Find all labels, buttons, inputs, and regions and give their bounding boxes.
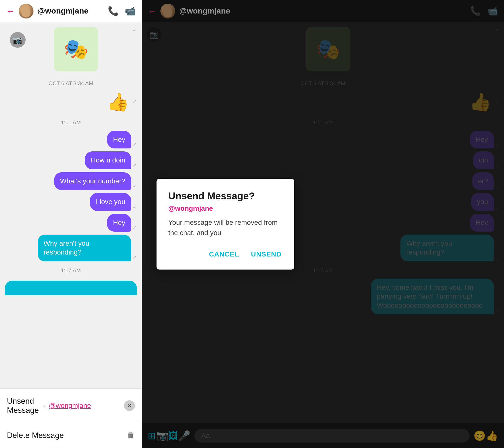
camera-icon: 📷 [13, 35, 23, 45]
oct-timestamp: OCT 6 AT 3:34 AM [5, 80, 137, 87]
thumbs-check: ✓ [133, 99, 137, 105]
dialog-title: Unsend Message? [168, 190, 283, 202]
msg-hey2: Hey ✓ [5, 214, 137, 232]
sticker-image: 🎭 [54, 27, 98, 71]
unsend-arrow-icon: ← [42, 402, 49, 410]
partial-bubble [5, 280, 137, 295]
thumbs-up-emoji: 👍 [107, 92, 129, 112]
msg-how: How u doin ✓ [5, 151, 137, 169]
t101-timestamp: 1:01 AM [5, 119, 137, 126]
check-icon: ✓ [133, 27, 137, 33]
bubble-hey2[interactable]: Hey [107, 214, 131, 232]
cancel-button[interactable]: CANCEL [208, 248, 240, 261]
left-header: ← @wongmjane 📞 📹 [0, 0, 142, 22]
dialog-body: Your message will be removed from the ch… [168, 217, 283, 238]
unsend-label: Unsend Message [7, 396, 40, 415]
username-label: @wongmjane [37, 6, 104, 16]
msg-responding: Why aren't you responding? ✓ [5, 235, 137, 261]
avatar[interactable] [19, 4, 34, 19]
trash-icon: 🗑 [127, 431, 135, 440]
bubble-hey[interactable]: Hey [107, 131, 131, 149]
bubble-how[interactable]: How u doin [85, 151, 131, 169]
dialog-username: @wongmjane [168, 205, 283, 212]
unsend-username: @wongmjane [49, 402, 91, 410]
video-icon[interactable]: 📹 [125, 6, 136, 16]
right-panel: ← @wongmjane 📞 📹 📷 🎭 ✓ OCT 6 AT 3:34 AM … [142, 0, 504, 448]
check3: ✓ [133, 183, 137, 189]
check2: ✓ [133, 163, 137, 168]
dialog-actions: CANCEL UNSEND [168, 248, 283, 261]
bottom-sheet: Unsend Message ← @wongmjane ✕ Delete Mes… [0, 389, 142, 448]
header-icons: 📞 📹 [108, 6, 136, 16]
msg-hey: Hey ✓ [5, 131, 137, 149]
camera-button[interactable]: 📷 [10, 32, 26, 48]
unsend-button[interactable]: UNSEND [250, 248, 283, 261]
back-button[interactable]: ← [6, 6, 15, 16]
t117-timestamp: 1:17 AM [5, 267, 137, 274]
unsend-item[interactable]: Unsend Message ← @wongmjane ✕ [0, 389, 142, 423]
msg-number: What's your number? ✓ [5, 172, 137, 190]
phone-icon[interactable]: 📞 [108, 6, 119, 16]
close-button[interactable]: ✕ [124, 400, 135, 411]
left-panel: ← @wongmjane 📞 📹 📷 🎭 ✓ OCT 6 AT 3:34 AM … [0, 0, 142, 448]
bubble-number[interactable]: What's your number? [54, 172, 131, 190]
check4: ✓ [133, 204, 137, 210]
delete-item[interactable]: Delete Message 🗑 [0, 423, 142, 448]
unsend-dialog: Unsend Message? @wongmjane Your message … [157, 179, 294, 270]
check6: ✓ [133, 255, 137, 261]
delete-label: Delete Message [7, 431, 127, 440]
check1: ✓ [133, 142, 137, 148]
check5: ✓ [133, 225, 137, 231]
dialog-overlay: Unsend Message? @wongmjane Your message … [142, 0, 504, 448]
bubble-responding[interactable]: Why aren't you responding? [38, 235, 131, 261]
msg-love: I love you ✓ [5, 193, 137, 211]
close-icon: ✕ [127, 402, 132, 409]
left-chat-area: 📷 🎭 ✓ OCT 6 AT 3:34 AM 👍 ✓ 1:01 AM Hey ✓… [0, 22, 142, 389]
thumbs-row: 👍 ✓ [5, 92, 137, 112]
bubble-love[interactable]: I love you [90, 193, 131, 211]
